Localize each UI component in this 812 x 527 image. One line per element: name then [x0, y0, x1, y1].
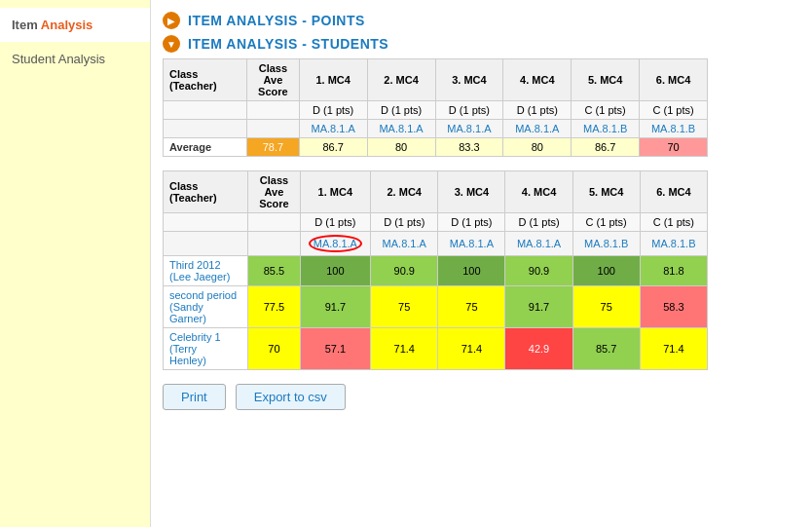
detail-col-class: Class(Teacher)	[164, 171, 248, 213]
detail-col-score: ClassAveScore	[248, 171, 300, 213]
class-name-second: second period(SandyGarner)	[164, 286, 248, 328]
val-second-6: 58.3	[640, 286, 707, 328]
val-celebrity-4: 42.9	[505, 328, 572, 370]
col-mc6-header: 6. MC4	[640, 59, 708, 101]
summary-header-row2: D (1 pts) D (1 pts) D (1 pts) D (1 pts) …	[164, 101, 708, 120]
students-section-title: ITEM ANALYSIS - STUDENTS	[188, 36, 388, 52]
val-celebrity-2: 71.4	[371, 328, 438, 370]
score-celebrity: 70	[248, 328, 300, 370]
sidebar-item-item-analysis[interactable]: Item Analysis	[0, 8, 150, 42]
val-third-1: 100	[300, 256, 371, 286]
val-celebrity-6: 71.4	[640, 328, 707, 370]
detail-header-row3: MA.8.1.A MA.8.1.A MA.8.1.A MA.8.1.A MA.8…	[164, 232, 708, 256]
score-third: 85.5	[248, 256, 300, 286]
table-row: Celebrity 1(TerryHenley) 70 57.1 71.4 71…	[164, 328, 708, 370]
table-row: Third 2012(Lee Jaeger) 85.5 100 90.9 100…	[164, 256, 708, 286]
col-mc4-header: 4. MC4	[503, 59, 572, 101]
avg-score: 78.7	[247, 138, 300, 157]
avg-val-6: 70	[640, 138, 708, 157]
sidebar-highlight: Analysis	[41, 18, 92, 32]
val-celebrity-3: 71.4	[438, 328, 505, 370]
export-button[interactable]: Export to csv	[236, 384, 346, 410]
print-button[interactable]: Print	[163, 384, 226, 410]
val-second-1: 91.7	[300, 286, 371, 328]
avg-val-2: 80	[367, 138, 435, 157]
students-expand-icon[interactable]: ▼	[163, 35, 180, 53]
avg-val-1: 86.7	[299, 138, 367, 157]
val-second-5: 75	[572, 286, 640, 328]
summary-table: Class(Teacher) ClassAveScore 1. MC4 2. M…	[163, 58, 708, 157]
points-expand-icon[interactable]: ▶	[163, 12, 180, 29]
val-third-2: 90.9	[371, 256, 438, 286]
avg-label: Average	[164, 138, 247, 157]
students-section-header[interactable]: ▼ ITEM ANALYSIS - STUDENTS	[163, 35, 800, 53]
avg-val-4: 80	[503, 138, 572, 157]
avg-val-3: 83.3	[435, 138, 503, 157]
points-section-title: ITEM ANALYSIS - POINTS	[188, 13, 365, 28]
score-second: 77.5	[248, 286, 300, 328]
val-third-3: 100	[438, 256, 505, 286]
sidebar: Item Analysis Student Analysis	[0, 0, 151, 527]
circled-standard: MA.8.1.A	[309, 235, 362, 252]
summary-header-row3: MA.8.1.A MA.8.1.A MA.8.1.A MA.8.1.A MA.8…	[164, 120, 708, 138]
detail-table: Class(Teacher) ClassAveScore 1. MC4 2. M…	[163, 170, 708, 370]
val-second-3: 75	[438, 286, 505, 328]
val-celebrity-5: 85.7	[572, 328, 640, 370]
sidebar-item-student-analysis[interactable]: Student Analysis	[0, 42, 150, 76]
detail-header-row1: Class(Teacher) ClassAveScore 1. MC4 2. M…	[164, 171, 708, 213]
val-second-2: 75	[371, 286, 438, 328]
col-mc5-header: 5. MC4	[572, 59, 640, 101]
points-section-header[interactable]: ▶ ITEM ANALYSIS - POINTS	[163, 12, 800, 29]
main-content: ▶ ITEM ANALYSIS - POINTS ▼ ITEM ANALYSIS…	[151, 0, 812, 527]
class-name-celebrity: Celebrity 1(TerryHenley)	[164, 328, 248, 370]
col-class-header: Class(Teacher)	[164, 59, 247, 101]
val-third-6: 81.8	[640, 256, 707, 286]
detail-header-row2: D (1 pts) D (1 pts) D (1 pts) D (1 pts) …	[164, 213, 708, 232]
col-mc3-header: 3. MC4	[435, 59, 503, 101]
col-score-header: ClassAveScore	[247, 59, 300, 101]
val-second-4: 91.7	[505, 286, 572, 328]
avg-val-5: 86.7	[572, 138, 640, 157]
class-name-third: Third 2012(Lee Jaeger)	[164, 256, 248, 286]
col-mc1-header: 1. MC4	[299, 59, 367, 101]
detail-table-container: Class(Teacher) ClassAveScore 1. MC4 2. M…	[163, 170, 800, 370]
button-row: Print Export to csv	[163, 384, 800, 410]
summary-header-row1: Class(Teacher) ClassAveScore 1. MC4 2. M…	[164, 59, 708, 101]
summary-table-container: Class(Teacher) ClassAveScore 1. MC4 2. M…	[163, 58, 800, 157]
val-third-4: 90.9	[505, 256, 572, 286]
summary-avg-row: Average 78.7 86.7 80 83.3 80 86.7 70	[164, 138, 708, 157]
col-mc2-header: 2. MC4	[367, 59, 435, 101]
table-row: second period(SandyGarner) 77.5 91.7 75 …	[164, 286, 708, 328]
val-celebrity-1: 57.1	[300, 328, 371, 370]
val-third-5: 100	[572, 256, 640, 286]
